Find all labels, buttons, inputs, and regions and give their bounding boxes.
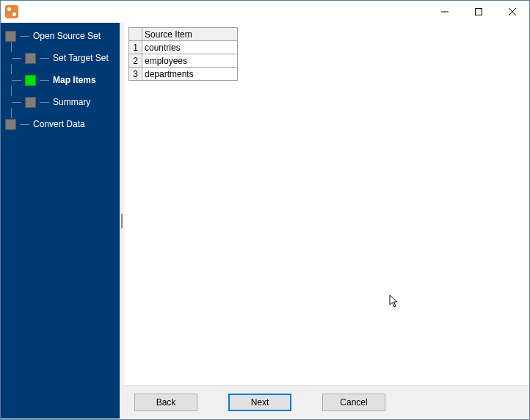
wizard-window: Open Source Set Set Target Set Map Items — [0, 0, 530, 420]
minimize-icon — [441, 8, 449, 15]
step-box-icon — [5, 31, 16, 42]
source-items-table[interactable]: Source Item 1 countries 2 employees — [128, 27, 238, 81]
svg-rect-1 — [476, 9, 482, 15]
step-label: Set Target Set — [53, 53, 109, 63]
content-area: Source Item 1 countries 2 employees — [124, 23, 529, 385]
step-label: Open Source Set — [33, 31, 101, 41]
step-summary[interactable]: Summary — [12, 96, 120, 108]
row-number: 2 — [129, 54, 142, 68]
titlebar — [1, 1, 529, 23]
table-row[interactable]: 2 employees — [129, 54, 238, 68]
table-row[interactable]: 3 departments — [129, 68, 238, 81]
source-item-cell[interactable]: employees — [142, 54, 238, 68]
step-label: Map Items — [53, 75, 96, 85]
table-row[interactable]: 1 countries — [129, 41, 238, 54]
source-item-cell[interactable]: departments — [142, 68, 238, 81]
maximize-button[interactable] — [462, 1, 495, 23]
step-convert-data[interactable]: Convert Data — [5, 118, 120, 130]
cancel-button[interactable]: Cancel — [322, 394, 385, 411]
step-box-icon — [25, 97, 36, 108]
step-label: Convert Data — [33, 119, 85, 129]
step-set-target-set[interactable]: Set Target Set — [12, 52, 120, 64]
step-box-icon — [25, 75, 36, 86]
step-map-items[interactable]: Map Items — [12, 74, 120, 86]
grip-icon — [121, 214, 123, 228]
step-open-source-set[interactable]: Open Source Set — [5, 30, 120, 42]
source-item-cell[interactable]: countries — [142, 41, 238, 54]
next-button[interactable]: Next — [228, 394, 291, 411]
step-box-icon — [5, 119, 16, 130]
step-label: Summary — [53, 97, 90, 107]
back-button[interactable]: Back — [134, 394, 197, 411]
wizard-footer: Back Next Cancel — [124, 385, 529, 419]
wizard-steps-sidebar: Open Source Set Set Target Set Map Items — [1, 23, 120, 419]
row-number: 3 — [129, 68, 142, 81]
step-box-icon — [25, 53, 36, 64]
row-number: 1 — [129, 41, 142, 54]
table-corner — [129, 28, 142, 41]
close-icon — [509, 8, 516, 15]
close-button[interactable] — [495, 1, 529, 23]
minimize-button[interactable] — [428, 1, 462, 23]
maximize-icon — [475, 8, 482, 15]
column-header-source-item[interactable]: Source Item — [142, 28, 238, 41]
app-icon — [5, 5, 18, 18]
